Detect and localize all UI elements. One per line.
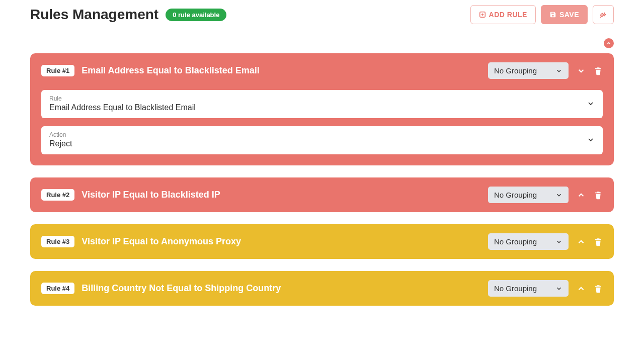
- rule-header: Rule #4 Billing Country Not Equal to Shi…: [41, 280, 603, 297]
- add-rule-button[interactable]: ADD RULE: [470, 5, 536, 24]
- rule-title: Email Address Equal to Blacklisted Email: [82, 65, 259, 76]
- collapse-all-button[interactable]: [604, 38, 614, 48]
- plus-square-icon: [479, 11, 486, 18]
- collapse-all-row: [30, 38, 614, 48]
- rule-card-1: Rule #1 Email Address Equal to Blacklist…: [30, 53, 614, 165]
- save-icon: [549, 11, 556, 18]
- rule-card-3: Rule #3 Visitor IP Equal to Anonymous Pr…: [30, 224, 614, 259]
- rule-header-right: No Grouping: [488, 187, 603, 203]
- tools-icon: [599, 11, 607, 19]
- settings-button[interactable]: [593, 5, 614, 24]
- rule-field-select[interactable]: Rule Email Address Equal to Blacklisted …: [41, 90, 603, 118]
- rule-header: Rule #1 Email Address Equal to Blacklist…: [41, 62, 603, 79]
- rule-title: Visitor IP Equal to Blacklisted IP: [82, 190, 220, 200]
- save-button[interactable]: SAVE: [541, 5, 588, 24]
- rule-header-left: Rule #3 Visitor IP Equal to Anonymous Pr…: [41, 236, 241, 247]
- page-title: Rules Management: [30, 7, 158, 23]
- rule-header: Rule #2 Visitor IP Equal to Blacklisted …: [41, 187, 603, 203]
- collapse-rule-button[interactable]: [577, 66, 586, 75]
- action-field-select[interactable]: Action Reject: [41, 126, 603, 154]
- expand-rule-button[interactable]: [577, 237, 586, 246]
- save-label: SAVE: [559, 11, 579, 19]
- grouping-select-label: No Grouping: [494, 191, 537, 199]
- grouping-select[interactable]: No Grouping: [488, 62, 569, 79]
- grouping-select-label: No Grouping: [494, 66, 537, 75]
- title-group: Rules Management 0 rule available: [30, 7, 226, 23]
- rule-number-pill: Rule #4: [41, 283, 74, 294]
- add-rule-label: ADD RULE: [489, 11, 527, 19]
- chevron-down-icon: [587, 100, 595, 108]
- chevron-down-icon: [555, 285, 562, 292]
- field-left: Action Reject: [49, 131, 72, 148]
- rule-card-2: Rule #2 Visitor IP Equal to Blacklisted …: [30, 177, 614, 212]
- field-label-action: Action: [49, 131, 72, 138]
- delete-rule-button[interactable]: [594, 237, 603, 246]
- rule-number-pill: Rule #1: [41, 65, 74, 76]
- rule-card-4: Rule #4 Billing Country Not Equal to Shi…: [30, 271, 614, 306]
- grouping-select[interactable]: No Grouping: [488, 280, 569, 297]
- rules-available-badge: 0 rule available: [166, 9, 226, 21]
- delete-rule-button[interactable]: [594, 284, 603, 293]
- field-value-action: Reject: [49, 139, 72, 148]
- grouping-select[interactable]: No Grouping: [488, 187, 569, 203]
- rule-header-right: No Grouping: [488, 62, 603, 79]
- grouping-select[interactable]: No Grouping: [488, 233, 569, 250]
- grouping-select-label: No Grouping: [494, 284, 537, 293]
- rule-title: Billing Country Not Equal to Shipping Co…: [82, 283, 281, 294]
- rule-title: Visitor IP Equal to Anonymous Proxy: [82, 236, 241, 247]
- rule-body: Rule Email Address Equal to Blacklisted …: [41, 90, 603, 154]
- expand-rule-button[interactable]: [577, 284, 586, 293]
- field-left: Rule Email Address Equal to Blacklisted …: [49, 95, 196, 112]
- field-label-rule: Rule: [49, 95, 196, 102]
- rule-number-pill: Rule #3: [41, 236, 74, 247]
- delete-rule-button[interactable]: [594, 66, 603, 75]
- rule-header-left: Rule #4 Billing Country Not Equal to Shi…: [41, 283, 281, 294]
- rule-header-right: No Grouping: [488, 233, 603, 250]
- rule-header-left: Rule #2 Visitor IP Equal to Blacklisted …: [41, 189, 220, 201]
- chevron-down-icon: [555, 192, 562, 199]
- header-buttons: ADD RULE SAVE: [470, 5, 614, 24]
- chevron-down-icon: [555, 67, 562, 74]
- expand-rule-button[interactable]: [577, 191, 586, 200]
- field-value-rule: Email Address Equal to Blacklisted Email: [49, 103, 196, 112]
- rule-header-left: Rule #1 Email Address Equal to Blacklist…: [41, 65, 260, 76]
- page-header: Rules Management 0 rule available ADD RU…: [30, 5, 614, 24]
- delete-rule-button[interactable]: [594, 191, 603, 200]
- rule-header-right: No Grouping: [488, 280, 603, 297]
- grouping-select-label: No Grouping: [494, 237, 537, 246]
- chevron-down-icon: [555, 238, 562, 245]
- chevron-down-icon: [587, 136, 595, 144]
- rule-number-pill: Rule #2: [41, 189, 74, 201]
- rule-header: Rule #3 Visitor IP Equal to Anonymous Pr…: [41, 233, 603, 250]
